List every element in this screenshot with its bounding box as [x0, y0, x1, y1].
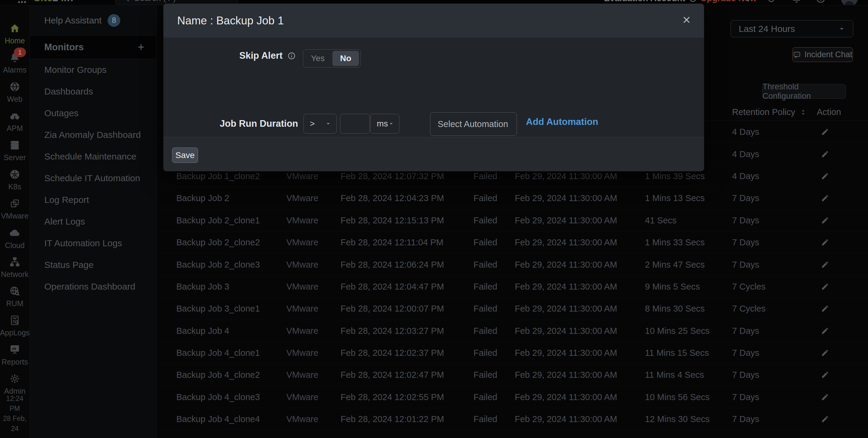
account-menu[interactable]: Evaluation Account [604, 0, 697, 3]
edit-pencil-icon[interactable] [821, 415, 829, 423]
info-icon[interactable] [287, 52, 296, 60]
sort-icon[interactable] [800, 109, 807, 116]
table-row[interactable]: Backup Job 2_clone2 VMware Feb 28, 2024 … [157, 232, 868, 254]
app-grid-icon[interactable] [17, 0, 27, 4]
edit-pencil-icon[interactable] [821, 216, 829, 224]
sidebar-item-outages[interactable]: Outages [30, 102, 156, 124]
edit-pencil-icon[interactable] [821, 172, 829, 180]
rail-item-server[interactable]: Server [0, 136, 30, 165]
edit-pencil-icon[interactable] [821, 128, 829, 136]
cell-retention-policy: 7 Cycles [732, 304, 766, 314]
cell-job-name: Backup Job 4_clone2 [176, 370, 260, 380]
sidebar-item-schedule-it-automation[interactable]: Schedule IT Automation [30, 167, 156, 189]
cell-next-run: Feb 29, 2024 11:30:00 AM [515, 260, 617, 269]
rail-item-k8s[interactable]: K8s [0, 165, 30, 195]
table-row[interactable]: Backup Job 4_clone1 VMware Feb 28, 2024 … [157, 342, 868, 364]
sidebar-item-monitors[interactable]: Monitors + [30, 36, 156, 59]
notifications-bell-icon[interactable] [792, 0, 802, 4]
rail-item-home[interactable]: Home [0, 19, 30, 48]
edit-pencil-icon[interactable] [821, 260, 829, 269]
cell-type: VMware [286, 171, 318, 181]
duration-operator-select[interactable]: > [304, 114, 337, 134]
cell-duration: 8 Mins 30 Secs [645, 304, 705, 314]
rail-item-apm[interactable]: APM [0, 107, 30, 136]
cell-status: Failed [473, 370, 497, 380]
alarm-count-badge: 1 [14, 47, 26, 57]
edit-pencil-icon[interactable] [821, 371, 829, 379]
duration-value-input[interactable] [340, 114, 370, 134]
table-row[interactable]: Backup Job 4_clone4 VMware Feb 28, 2024 … [157, 408, 868, 430]
search-icon [121, 0, 130, 2]
info-icon [689, 0, 697, 2]
sidebar-item-zia-anomaly-dashboard[interactable]: Zia Anomaly Dashboard [30, 124, 156, 146]
chevron-down-icon [838, 25, 846, 33]
table-row[interactable]: Backup Job 4 VMware Feb 28, 2024 12:03:2… [157, 320, 868, 342]
table-row[interactable]: Backup Job 4_clone3 VMware Feb 28, 2024 … [157, 386, 868, 408]
column-header-retention-policy[interactable]: Retention Policy [732, 107, 807, 117]
sidebar-item-alert-logs[interactable]: Alert Logs [30, 211, 156, 232]
incident-chat-button[interactable]: Incident Chat [792, 47, 853, 62]
rail-item-alarms[interactable]: 1 Alarms [0, 48, 30, 78]
rail-item-network[interactable]: Network [0, 253, 30, 282]
help-assistant-badge: 8 [107, 14, 120, 27]
help-icon[interactable] [815, 0, 826, 4]
edit-pencil-icon[interactable] [821, 393, 829, 401]
close-icon[interactable] [681, 14, 692, 25]
table-row[interactable]: Backup Job 2 VMware Feb 28, 2024 12:04:2… [157, 187, 868, 209]
sidebar-item-it-automation-logs[interactable]: IT Automation Logs [30, 232, 156, 254]
cell-job-name: Backup Job 2 [176, 193, 229, 203]
edit-pencil-icon[interactable] [821, 327, 829, 335]
cell-type: VMware [286, 348, 318, 358]
announcements-icon[interactable] [742, 0, 752, 4]
save-button[interactable]: Save [172, 147, 198, 163]
cell-job-name: Backup Job 2_clone2 [176, 237, 260, 247]
user-avatar[interactable] [841, 0, 858, 5]
sidebar-item-monitor-groups[interactable]: Monitor Groups [30, 59, 156, 81]
rail-item-web[interactable]: Web [0, 78, 30, 107]
rail-item-cloud[interactable]: Cloud [0, 224, 30, 253]
rail-item-reports[interactable]: Reports [0, 340, 30, 370]
table-row[interactable]: Backup Job 3_clone1 VMware Feb 28, 2024 … [157, 298, 868, 320]
sidebar-item-operations-dashboard[interactable]: Operations Dashboard [30, 276, 156, 297]
secondary-sidebar: Help Assistant 8 Monitors + Monitor Grou… [30, 5, 157, 438]
select-automation-field[interactable]: Select Automation [430, 112, 517, 136]
cell-retention-policy: 7 Days [732, 370, 759, 380]
edit-pencil-icon[interactable] [821, 194, 829, 202]
rail-item-vmware[interactable]: VMware [0, 195, 30, 224]
icon-rail: Home 1 Alarms Web APM Server K8s [0, 5, 30, 438]
site24x7-logo[interactable]: Site24x7 [34, 0, 75, 4]
cell-type: VMware [286, 304, 318, 314]
edit-pencil-icon[interactable] [821, 349, 829, 357]
shield-icon[interactable] [766, 0, 776, 4]
cell-retention-policy: 4 Days [732, 149, 759, 159]
sidebar-item-help-assistant[interactable]: Help Assistant 8 [30, 5, 156, 36]
cell-retention-policy: 4 Days [732, 127, 759, 137]
time-range-dropdown[interactable]: Last 24 Hours [731, 20, 853, 37]
cell-status: Failed [473, 215, 497, 225]
rail-item-applogs[interactable]: AppLogs [0, 311, 30, 340]
sidebar-item-dashboards[interactable]: Dashboards [30, 81, 156, 102]
edit-pencil-icon[interactable] [821, 150, 829, 158]
table-row[interactable]: Backup Job 3 VMware Feb 28, 2024 12:04:4… [157, 276, 868, 298]
rail-item-rum[interactable]: RUM [0, 282, 30, 311]
sidebar-item-log-report[interactable]: Log Report [30, 189, 156, 211]
add-automation-link[interactable]: Add Automation [526, 116, 598, 127]
table-row[interactable]: Backup Job 4_clone2 VMware Feb 28, 2024 … [157, 364, 868, 386]
skip-alert-toggle[interactable]: Yes No [303, 49, 361, 67]
edit-pencil-icon[interactable] [821, 238, 829, 246]
table-row[interactable]: Backup Job 2_clone3 VMware Feb 28, 2024 … [157, 254, 868, 275]
skip-alert-yes-option[interactable]: Yes [303, 54, 333, 63]
table-row[interactable]: Backup Job 2_clone1 VMware Feb 28, 2024 … [157, 209, 868, 232]
duration-unit-select[interactable]: ms [370, 114, 399, 134]
edit-pencil-icon[interactable] [821, 305, 829, 313]
edit-pencil-icon[interactable] [821, 282, 829, 291]
threshold-configuration-button[interactable]: Threshold Configuration [762, 84, 846, 99]
cell-type: VMware [286, 237, 318, 247]
sidebar-item-schedule-maintenance[interactable]: Schedule Maintenance [30, 146, 156, 167]
skip-alert-no-option[interactable]: No [333, 51, 359, 66]
cell-duration: 9 Mins 5 Secs [645, 281, 700, 292]
cell-job-name: Backup Job 4_clone1 [176, 348, 260, 358]
modal-body: Skip Alert Yes No Job Run Duration > ms … [163, 38, 704, 137]
add-monitor-icon[interactable]: + [138, 41, 144, 54]
sidebar-item-status-page[interactable]: Status Page [30, 254, 156, 276]
